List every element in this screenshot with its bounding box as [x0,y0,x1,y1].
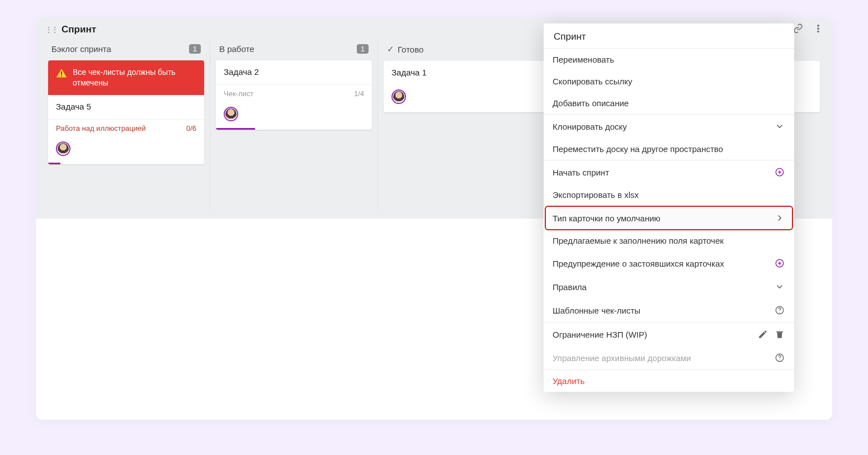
checklist-progress: 1/4 [354,89,364,98]
menu-item-label: Шаблонные чек-листы [553,306,768,315]
pencil-icon[interactable] [757,329,768,340]
card-body: Задача 2 [216,60,372,84]
checklist-label: Чек-лист [224,89,253,98]
checklist-progress: 0/6 [186,124,196,132]
menu-item-label: Начать спринт [553,168,768,177]
menu-item-label: Предупреждение о застоявшихся карточках [553,259,768,268]
menu-item-label: Удалить [553,376,785,386]
menu-item-label: Переместить доску на другое пространство [553,144,785,154]
menu-item[interactable]: Предлагаемые к заполнению поля карточек [544,230,794,252]
checklist-label: Работа над иллюстрацией [56,124,145,132]
help-icon [774,305,785,316]
board-context-menu: Спринт ПереименоватьСкопировать ссылкуДо… [544,23,794,392]
card-title: Задача 5 [56,102,196,111]
assignee-avatar[interactable] [391,89,406,104]
menu-separator [544,206,794,206]
menu-item[interactable]: Ограничение НЗП (WIP) [544,323,794,346]
menu-item[interactable]: Переместить доску на другое пространство [544,138,794,160]
menu-item-label: Тип карточки по умолчанию [553,214,768,223]
card[interactable]: Задача 2Чек-лист1/4 [216,60,372,130]
menu-item[interactable]: Скопировать ссылку [544,70,794,92]
menu-item[interactable]: Тип карточки по умолчанию [546,207,792,229]
column-header[interactable]: В работе1 [216,40,372,60]
drag-handle-icon[interactable]: ⋮⋮ [45,25,57,34]
menu-item-label: Ограничение НЗП (WIP) [553,330,752,339]
menu-item[interactable]: Переименовать [544,49,794,70]
board-column: Бэклог спринта1 Все чек-листы должны быт… [43,40,210,210]
column-title: Бэклог спринта [51,44,186,54]
column-header[interactable]: Бэклог спринта1 [48,40,204,60]
board-title: Спринт [62,24,96,35]
card-checklist[interactable]: Работа над иллюстрацией0/6 [48,119,204,137]
chevron-down-icon [774,281,785,292]
column-count-badge: 1 [357,44,369,54]
menu-item: Управление архивными дорожками [544,346,794,369]
menu-item-label: Добавить описание [553,98,785,108]
warning-icon [56,68,67,79]
svg-point-16 [779,359,780,360]
svg-point-14 [779,312,780,312]
menu-item[interactable]: Начать спринт [544,160,794,184]
menu-item[interactable]: Шаблонные чек-листы [544,298,794,322]
menu-item-label: Скопировать ссылку [553,77,785,86]
assignee-avatar[interactable] [224,107,238,121]
card-progress-bar [48,163,60,164]
menu-item[interactable]: Удалить [544,370,794,392]
card-footer [216,102,372,130]
help-icon [774,352,785,363]
board-column: В работе1Задача 2Чек-лист1/4 [210,40,378,210]
svg-point-4 [818,31,819,32]
menu-item-label: Переименовать [553,55,785,64]
trash-icon[interactable] [774,329,785,340]
menu-title: Спринт [544,23,794,48]
svg-point-3 [818,28,819,29]
menu-item[interactable]: Экспортировать в xlsx [544,184,794,206]
menu-item[interactable]: Клонировать доску [544,115,794,138]
menu-item-label: Экспортировать в xlsx [553,190,785,200]
menu-item-label: Управление архивными дорожками [553,353,768,363]
svg-rect-6 [61,75,62,77]
card-checklist[interactable]: Чек-лист1/4 [216,84,372,102]
link-icon[interactable] [793,23,803,35]
card-title: Задача 2 [224,67,364,77]
card-progress-bar [216,128,255,130]
menu-item-label: Клонировать доску [553,122,768,131]
more-icon[interactable] [813,23,823,35]
svg-rect-5 [61,72,62,75]
menu-item-label: Предлагаемые к заполнению поля карточек [553,236,785,245]
card-footer [48,137,204,164]
column-count-badge: 1 [189,44,201,54]
card-warning-text: Все чек-листы должны быть отмечены [73,67,196,88]
card-warning: Все чек-листы должны быть отмечены [48,60,204,95]
menu-item[interactable]: Предупреждение о застоявшихся карточках [544,252,794,275]
card-body: Задача 5 [48,95,204,119]
menu-item[interactable]: Добавить описание [544,92,794,114]
chevron-down-icon [774,121,785,132]
column-title: В работе [219,44,353,54]
menu-item[interactable]: Правила [544,275,794,298]
menu-item-label: Правила [553,282,768,292]
assignee-avatar[interactable] [56,141,70,156]
svg-point-2 [818,25,819,26]
plus-circle-icon [774,167,785,178]
check-icon: ✓ [387,44,394,54]
chevron-right-icon [774,212,785,224]
plus-circle-icon [774,258,785,269]
card[interactable]: Все чек-листы должны быть отмеченыЗадача… [48,60,204,164]
